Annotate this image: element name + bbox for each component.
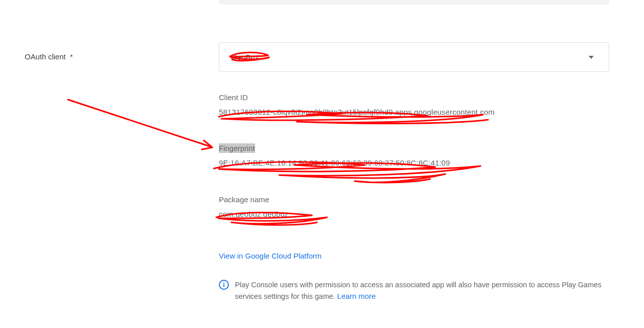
permissions-notice-body: Play Console users with permission to ac… <box>235 281 602 300</box>
required-asterisk: * <box>70 52 73 61</box>
view-in-gcp-link[interactable]: View in Google Cloud Platform <box>219 252 321 260</box>
oauth-client-label-text: OAuth client <box>25 52 66 61</box>
info-icon: i <box>219 280 229 290</box>
learn-more-link[interactable]: Learn more <box>337 292 376 300</box>
fingerprint-value: 9E:16:A7:BE:4E:16:14:80:08:41:00:63:62:3… <box>219 158 609 167</box>
oauth-client-select[interactable]: GeoBuz <box>219 42 609 72</box>
oauth-client-selected-value: GeoBuz <box>231 53 589 61</box>
fingerprint-label-text: Fingerprint <box>219 143 255 153</box>
permissions-notice-text: Play Console users with permission to ac… <box>235 279 609 302</box>
chevron-down-icon <box>589 56 594 59</box>
client-id-label: Client ID <box>219 93 609 102</box>
svg-line-0 <box>68 100 211 147</box>
permissions-notice: i Play Console users with permission to … <box>219 279 609 302</box>
top-gray-bar <box>219 0 609 5</box>
client-id-value: 581317603012-c8iqv8i2jmo0h0btp3ut15lpcfq… <box>219 108 609 116</box>
package-name-label: Package name <box>219 195 609 204</box>
fingerprint-label: Fingerprint <box>219 144 609 152</box>
oauth-client-label: OAuth client * <box>25 52 206 61</box>
package-name-value: com.geobuz.geobuz <box>219 210 609 218</box>
